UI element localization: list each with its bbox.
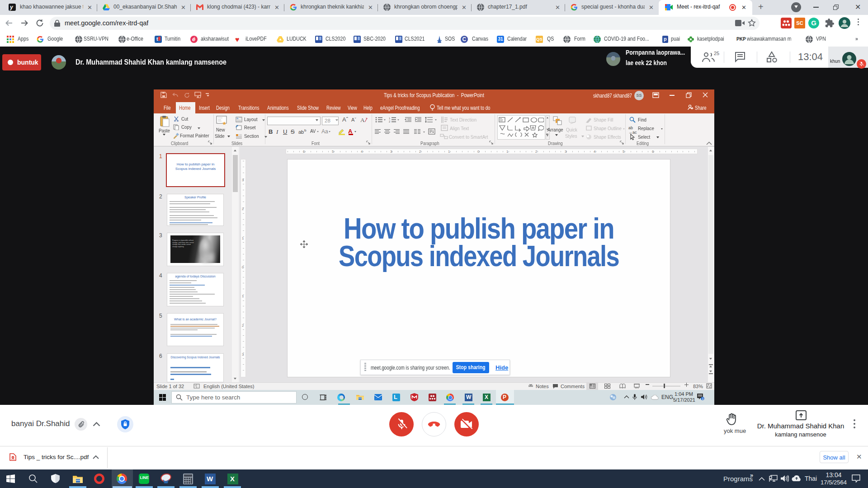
svg-text:25: 25 (714, 51, 719, 56)
svg-text:1: 1 (389, 117, 391, 120)
svg-text:3: 3 (702, 397, 703, 400)
svg-text:2: 2 (389, 120, 391, 123)
svg-text:A: A (360, 117, 365, 123)
